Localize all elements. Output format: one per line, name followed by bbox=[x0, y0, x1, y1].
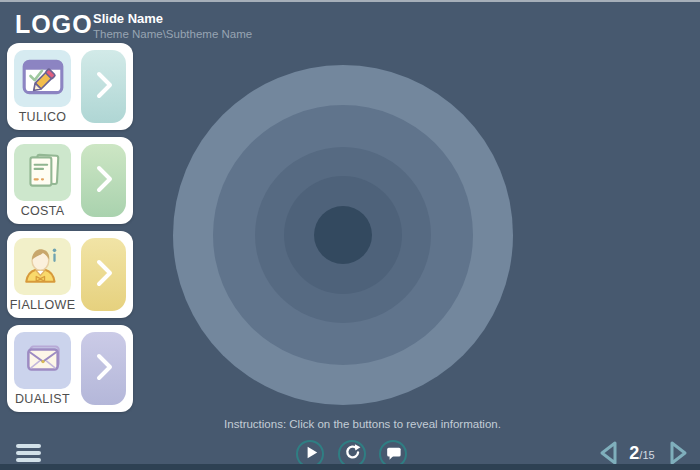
card-tulico[interactable]: TULICO bbox=[7, 43, 133, 130]
replay-icon bbox=[343, 443, 362, 466]
background-circle-center bbox=[314, 206, 372, 264]
logo: LOGO bbox=[15, 10, 93, 39]
card-costa[interactable]: COSTA bbox=[7, 137, 133, 224]
card-tulico-tile bbox=[14, 50, 71, 107]
card-dualist[interactable]: DUALIST bbox=[7, 325, 133, 412]
next-slide-button[interactable] bbox=[668, 440, 689, 466]
bottom-strip bbox=[0, 464, 700, 470]
card-tulico-reveal-button[interactable] bbox=[81, 50, 126, 123]
page-total: /15 bbox=[639, 449, 654, 461]
card-fiallowe-reveal-button[interactable] bbox=[81, 238, 126, 311]
instructions-text: Instructions: Click on the buttons to re… bbox=[25, 418, 700, 430]
chevron-right-icon bbox=[94, 71, 114, 103]
pencil-note-icon bbox=[20, 54, 66, 104]
page-indicator: 2/15 bbox=[620, 443, 664, 464]
comment-icon bbox=[384, 443, 403, 466]
page-title: Slide Name bbox=[93, 11, 252, 26]
breadcrumb: Theme Name\Subtheme Name bbox=[93, 28, 252, 40]
documents-icon bbox=[20, 148, 66, 198]
card-dualist-label: DUALIST bbox=[7, 392, 78, 406]
title-block: Slide Name Theme Name\Subtheme Name bbox=[93, 11, 252, 40]
chevron-right-icon bbox=[94, 165, 114, 197]
chevron-right-icon bbox=[94, 259, 114, 291]
envelope-icon bbox=[20, 336, 66, 386]
prev-slide-button[interactable] bbox=[598, 440, 619, 466]
card-dualist-tile bbox=[14, 332, 71, 389]
course-slide: LOGO Slide Name Theme Name\Subtheme Name bbox=[0, 0, 700, 470]
hamburger-menu-icon[interactable] bbox=[16, 444, 41, 462]
card-fiallowe[interactable]: FIALLOWE bbox=[7, 231, 133, 318]
page-current: 2 bbox=[629, 443, 639, 463]
card-tulico-label: TULICO bbox=[7, 110, 78, 124]
card-costa-reveal-button[interactable] bbox=[81, 144, 126, 217]
card-costa-label: COSTA bbox=[7, 204, 78, 218]
card-costa-tile bbox=[14, 144, 71, 201]
person-icon bbox=[20, 242, 66, 292]
chevron-right-icon bbox=[94, 353, 114, 385]
card-fiallowe-tile bbox=[14, 238, 71, 295]
card-fiallowe-label: FIALLOWE bbox=[7, 298, 78, 312]
card-dualist-reveal-button[interactable] bbox=[81, 332, 126, 405]
